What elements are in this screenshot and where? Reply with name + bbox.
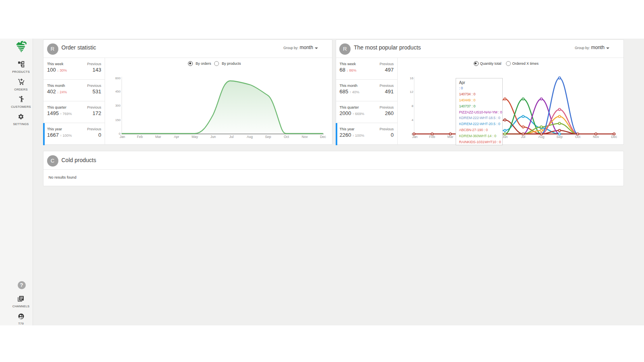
svg-text:300: 300 xyxy=(115,104,121,107)
svg-text:Apr: Apr xyxy=(174,135,179,139)
svg-text:Dec: Dec xyxy=(320,135,326,139)
svg-text:Nov: Nov xyxy=(301,135,308,139)
svg-text:Feb: Feb xyxy=(137,135,143,139)
svg-text:Mar: Mar xyxy=(155,135,161,139)
svg-text:Aug: Aug xyxy=(247,135,253,139)
svg-text:Jan: Jan xyxy=(412,135,417,139)
svg-text:16: 16 xyxy=(410,76,413,80)
svg-text:Jan: Jan xyxy=(120,135,125,139)
svg-text:Jul: Jul xyxy=(229,135,234,139)
svg-text:12: 12 xyxy=(410,90,413,94)
svg-text:8: 8 xyxy=(411,104,413,108)
svg-text:Sep: Sep xyxy=(265,135,271,139)
svg-text:Oct: Oct xyxy=(284,135,289,139)
svg-text:May: May xyxy=(192,135,198,139)
svg-text:450: 450 xyxy=(115,90,121,93)
svg-text:600: 600 xyxy=(115,76,121,80)
svg-text:150: 150 xyxy=(115,118,121,122)
svg-text:Jun: Jun xyxy=(211,135,216,139)
svg-text:4: 4 xyxy=(411,118,413,122)
